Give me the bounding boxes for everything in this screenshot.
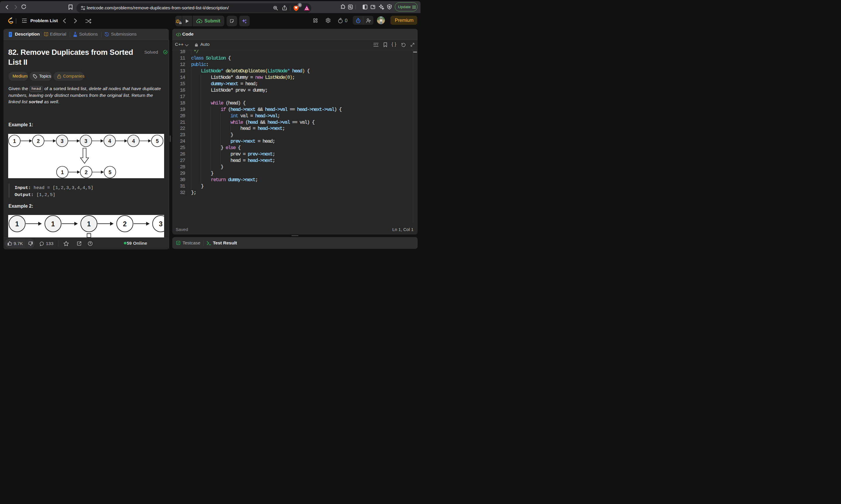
svg-text:1: 1 [51, 220, 55, 228]
svg-text:1: 1 [61, 169, 64, 175]
svg-text:3: 3 [159, 220, 162, 228]
svg-text:5: 5 [109, 169, 111, 175]
svg-text:1: 1 [13, 138, 16, 144]
svg-text:3: 3 [61, 138, 64, 144]
svg-text:2: 2 [37, 138, 40, 144]
svg-text:4: 4 [108, 138, 111, 144]
svg-text:3: 3 [84, 138, 87, 144]
svg-text:5: 5 [156, 138, 159, 144]
svg-text:1: 1 [15, 220, 19, 228]
svg-text:4: 4 [132, 138, 135, 144]
svg-text:1: 1 [87, 220, 91, 228]
svg-text:2: 2 [123, 220, 127, 228]
svg-text:2: 2 [85, 169, 88, 175]
